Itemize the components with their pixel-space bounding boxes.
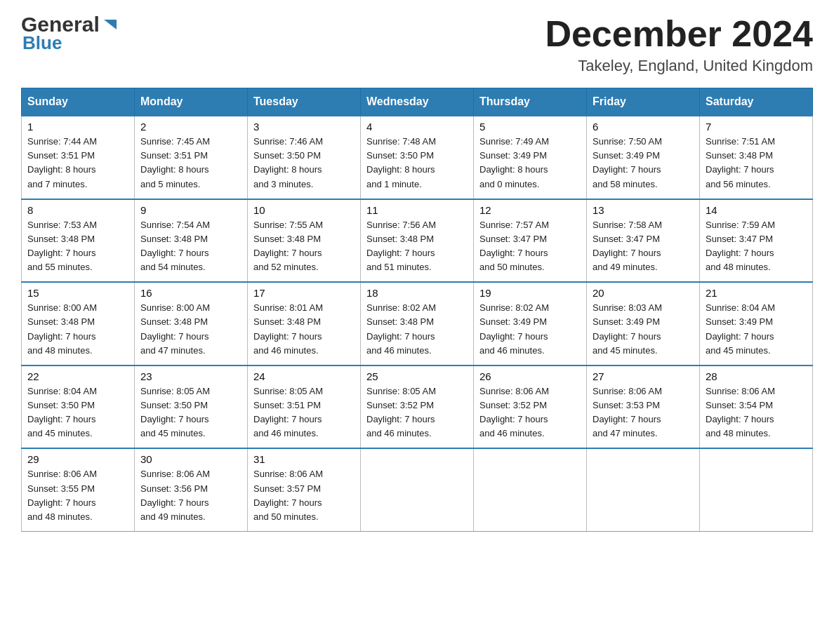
- day-info: Sunrise: 7:49 AMSunset: 3:49 PMDaylight:…: [479, 135, 581, 192]
- calendar-day-1: 1Sunrise: 7:44 AMSunset: 3:51 PMDaylight…: [22, 116, 135, 199]
- day-info: Sunrise: 7:51 AMSunset: 3:48 PMDaylight:…: [706, 135, 807, 192]
- day-info: Sunrise: 8:06 AMSunset: 3:56 PMDaylight:…: [140, 467, 241, 524]
- day-info: Sunrise: 8:02 AMSunset: 3:48 PMDaylight:…: [366, 301, 468, 358]
- day-info: Sunrise: 8:06 AMSunset: 3:55 PMDaylight:…: [27, 467, 128, 524]
- day-info: Sunrise: 8:06 AMSunset: 3:54 PMDaylight:…: [706, 384, 807, 441]
- day-number: 17: [253, 287, 355, 299]
- day-number: 9: [140, 204, 241, 216]
- day-info: Sunrise: 8:02 AMSunset: 3:49 PMDaylight:…: [479, 301, 581, 358]
- day-number: 23: [140, 370, 241, 382]
- calendar-header-wednesday: Wednesday: [361, 88, 474, 116]
- calendar-day-5: 5Sunrise: 7:49 AMSunset: 3:49 PMDaylight…: [474, 116, 587, 199]
- day-number: 20: [593, 287, 694, 299]
- calendar-day-17: 17Sunrise: 8:01 AMSunset: 3:48 PMDayligh…: [248, 282, 361, 365]
- calendar-day-20: 20Sunrise: 8:03 AMSunset: 3:49 PMDayligh…: [587, 282, 700, 365]
- calendar-table: SundayMondayTuesdayWednesdayThursdayFrid…: [21, 88, 813, 532]
- day-info: Sunrise: 8:00 AMSunset: 3:48 PMDaylight:…: [27, 301, 128, 358]
- day-info: Sunrise: 8:00 AMSunset: 3:48 PMDaylight:…: [140, 301, 241, 358]
- day-info: Sunrise: 7:55 AMSunset: 3:48 PMDaylight:…: [253, 218, 355, 275]
- calendar-day-23: 23Sunrise: 8:05 AMSunset: 3:50 PMDayligh…: [135, 365, 248, 449]
- day-info: Sunrise: 7:44 AMSunset: 3:51 PMDaylight:…: [27, 135, 128, 192]
- calendar-day-9: 9Sunrise: 7:54 AMSunset: 3:48 PMDaylight…: [135, 199, 248, 283]
- calendar-day-14: 14Sunrise: 7:59 AMSunset: 3:47 PMDayligh…: [700, 199, 813, 283]
- day-number: 30: [140, 453, 241, 465]
- calendar-day-16: 16Sunrise: 8:00 AMSunset: 3:48 PMDayligh…: [135, 282, 248, 365]
- day-info: Sunrise: 8:06 AMSunset: 3:53 PMDaylight:…: [593, 384, 694, 441]
- day-number: 26: [479, 370, 581, 382]
- day-number: 11: [366, 204, 468, 216]
- day-number: 7: [706, 121, 807, 133]
- logo-arrow-icon: [101, 15, 121, 35]
- calendar-day-24: 24Sunrise: 8:05 AMSunset: 3:51 PMDayligh…: [248, 365, 361, 449]
- day-number: 24: [253, 370, 355, 382]
- calendar-header-saturday: Saturday: [700, 88, 813, 116]
- calendar-day-6: 6Sunrise: 7:50 AMSunset: 3:49 PMDaylight…: [587, 116, 700, 199]
- logo: General Blue: [21, 14, 121, 54]
- day-info: Sunrise: 7:54 AMSunset: 3:48 PMDaylight:…: [140, 218, 241, 275]
- calendar-day-2: 2Sunrise: 7:45 AMSunset: 3:51 PMDaylight…: [135, 116, 248, 199]
- day-number: 19: [479, 287, 581, 299]
- day-info: Sunrise: 7:53 AMSunset: 3:48 PMDaylight:…: [27, 218, 128, 275]
- calendar-day-15: 15Sunrise: 8:00 AMSunset: 3:48 PMDayligh…: [22, 282, 135, 365]
- day-number: 28: [706, 370, 807, 382]
- empty-cell: [587, 448, 700, 531]
- day-number: 29: [27, 453, 128, 465]
- day-number: 27: [593, 370, 694, 382]
- day-info: Sunrise: 7:57 AMSunset: 3:47 PMDaylight:…: [479, 218, 581, 275]
- day-number: 21: [706, 287, 807, 299]
- week-row-5: 29Sunrise: 8:06 AMSunset: 3:55 PMDayligh…: [22, 448, 813, 531]
- empty-cell: [474, 448, 587, 531]
- day-number: 13: [593, 204, 694, 216]
- week-row-3: 15Sunrise: 8:00 AMSunset: 3:48 PMDayligh…: [22, 282, 813, 365]
- week-row-2: 8Sunrise: 7:53 AMSunset: 3:48 PMDaylight…: [22, 199, 813, 283]
- calendar-day-18: 18Sunrise: 8:02 AMSunset: 3:48 PMDayligh…: [361, 282, 474, 365]
- week-row-4: 22Sunrise: 8:04 AMSunset: 3:50 PMDayligh…: [22, 365, 813, 449]
- day-info: Sunrise: 7:50 AMSunset: 3:49 PMDaylight:…: [593, 135, 694, 192]
- day-info: Sunrise: 7:58 AMSunset: 3:47 PMDaylight:…: [593, 218, 694, 275]
- day-number: 8: [27, 204, 128, 216]
- day-number: 10: [253, 204, 355, 216]
- calendar-day-12: 12Sunrise: 7:57 AMSunset: 3:47 PMDayligh…: [474, 199, 587, 283]
- calendar-day-8: 8Sunrise: 7:53 AMSunset: 3:48 PMDaylight…: [22, 199, 135, 283]
- day-info: Sunrise: 8:04 AMSunset: 3:50 PMDaylight:…: [27, 384, 128, 441]
- day-info: Sunrise: 8:05 AMSunset: 3:50 PMDaylight:…: [140, 384, 241, 441]
- calendar-day-21: 21Sunrise: 8:04 AMSunset: 3:49 PMDayligh…: [700, 282, 813, 365]
- day-info: Sunrise: 8:05 AMSunset: 3:51 PMDaylight:…: [253, 384, 355, 441]
- calendar-day-19: 19Sunrise: 8:02 AMSunset: 3:49 PMDayligh…: [474, 282, 587, 365]
- calendar-day-11: 11Sunrise: 7:56 AMSunset: 3:48 PMDayligh…: [361, 199, 474, 283]
- day-info: Sunrise: 8:03 AMSunset: 3:49 PMDaylight:…: [593, 301, 694, 358]
- day-number: 25: [366, 370, 468, 382]
- page-title: December 2024: [545, 14, 813, 54]
- calendar-day-28: 28Sunrise: 8:06 AMSunset: 3:54 PMDayligh…: [700, 365, 813, 449]
- day-info: Sunrise: 8:04 AMSunset: 3:49 PMDaylight:…: [706, 301, 807, 358]
- day-info: Sunrise: 7:59 AMSunset: 3:47 PMDaylight:…: [706, 218, 807, 275]
- calendar-day-31: 31Sunrise: 8:06 AMSunset: 3:57 PMDayligh…: [248, 448, 361, 531]
- calendar-header-row: SundayMondayTuesdayWednesdayThursdayFrid…: [22, 88, 813, 116]
- week-row-1: 1Sunrise: 7:44 AMSunset: 3:51 PMDaylight…: [22, 116, 813, 199]
- empty-cell: [361, 448, 474, 531]
- day-number: 5: [479, 121, 581, 133]
- calendar-header-friday: Friday: [587, 88, 700, 116]
- day-number: 2: [140, 121, 241, 133]
- day-info: Sunrise: 7:46 AMSunset: 3:50 PMDaylight:…: [253, 135, 355, 192]
- day-number: 1: [27, 121, 128, 133]
- day-number: 22: [27, 370, 128, 382]
- day-info: Sunrise: 7:56 AMSunset: 3:48 PMDaylight:…: [366, 218, 468, 275]
- day-number: 18: [366, 287, 468, 299]
- day-info: Sunrise: 8:05 AMSunset: 3:52 PMDaylight:…: [366, 384, 468, 441]
- day-number: 6: [593, 121, 694, 133]
- calendar-day-30: 30Sunrise: 8:06 AMSunset: 3:56 PMDayligh…: [135, 448, 248, 531]
- calendar-day-7: 7Sunrise: 7:51 AMSunset: 3:48 PMDaylight…: [700, 116, 813, 199]
- calendar-day-22: 22Sunrise: 8:04 AMSunset: 3:50 PMDayligh…: [22, 365, 135, 449]
- calendar-day-10: 10Sunrise: 7:55 AMSunset: 3:48 PMDayligh…: [248, 199, 361, 283]
- calendar-header-tuesday: Tuesday: [248, 88, 361, 116]
- calendar-day-13: 13Sunrise: 7:58 AMSunset: 3:47 PMDayligh…: [587, 199, 700, 283]
- day-number: 3: [253, 121, 355, 133]
- day-number: 16: [140, 287, 241, 299]
- day-number: 4: [366, 121, 468, 133]
- calendar-header-sunday: Sunday: [22, 88, 135, 116]
- svg-marker-0: [104, 20, 117, 29]
- calendar-day-25: 25Sunrise: 8:05 AMSunset: 3:52 PMDayligh…: [361, 365, 474, 449]
- calendar-day-4: 4Sunrise: 7:48 AMSunset: 3:50 PMDaylight…: [361, 116, 474, 199]
- calendar-day-29: 29Sunrise: 8:06 AMSunset: 3:55 PMDayligh…: [22, 448, 135, 531]
